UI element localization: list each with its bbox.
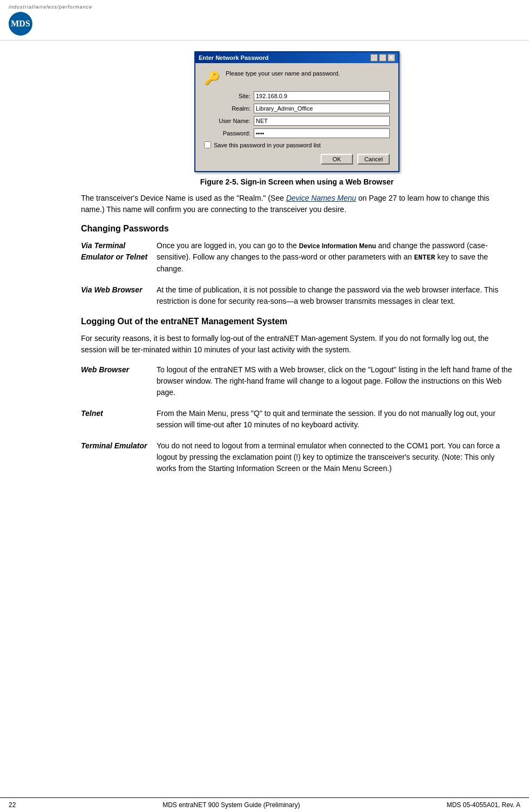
content-column: Enter Network Password _ □ ✕ 🔑 Please ty… — [76, 40, 529, 495]
telnet-content: From the Main Menu, press "Q" to quit an… — [157, 408, 513, 431]
changing-passwords-heading: Changing Passwords — [81, 224, 513, 234]
password-input[interactable] — [254, 128, 390, 138]
web-browser-logout-content: To logout of the entraNET MS with a Web … — [157, 364, 513, 398]
left-margin — [0, 40, 76, 495]
dialog-box: Enter Network Password _ □ ✕ 🔑 Please ty… — [194, 51, 399, 172]
cancel-button[interactable]: Cancel — [357, 154, 390, 165]
username-row: User Name: — [209, 116, 390, 126]
save-password-row: Save this password in your password list — [204, 141, 390, 148]
logging-out-intro: For security reasons, it is best to form… — [81, 333, 513, 356]
page-header: industrial/wireless/performance MDS — [0, 0, 529, 40]
terminal-emulator-logout-label: Terminal Emulator — [81, 440, 157, 474]
web-browser-content: At the time of publication, it is not po… — [157, 284, 513, 307]
site-row: Site: — [209, 91, 390, 101]
enter-key-bold: ENTER — [414, 254, 435, 262]
terminal-emulator-label: Via TerminalEmulator or Telnet — [81, 240, 157, 275]
dialog-body: 🔑 Please type your user name and passwor… — [195, 63, 398, 171]
titlebar-buttons: _ □ ✕ — [370, 54, 395, 62]
dialog-fields: Site: Realm: User Name: — [209, 91, 390, 138]
close-button[interactable]: ✕ — [388, 54, 395, 62]
realm-row: Realm: — [209, 104, 390, 113]
web-browser-logout-row: Web Browser To logout of the entraNET MS… — [81, 364, 513, 398]
key-icon: 🔑 — [204, 71, 220, 86]
logging-out-heading: Logging Out of the entraNET Management S… — [81, 317, 513, 326]
password-label: Password: — [209, 130, 250, 137]
terminal-emulator-logout-row: Terminal Emulator You do not need to log… — [81, 440, 513, 474]
figure-caption: Figure 2-5. Sign-in Screen when using a … — [200, 178, 394, 186]
site-input[interactable] — [254, 91, 390, 101]
footer-page-number: 22 — [9, 801, 16, 809]
device-names-menu-link[interactable]: Device Names Menu — [286, 194, 356, 202]
password-row: Password: — [209, 128, 390, 138]
dialog-title: Enter Network Password — [199, 54, 269, 61]
mds-logo: MDS — [9, 12, 32, 36]
footer-doc-id: MDS 05-4055A01, Rev. A — [446, 801, 520, 809]
web-browser-logout-label: Web Browser — [81, 364, 157, 398]
username-label: User Name: — [209, 118, 250, 124]
figure-container: Enter Network Password _ □ ✕ 🔑 Please ty… — [81, 51, 513, 186]
main-content: Enter Network Password _ □ ✕ 🔑 Please ty… — [0, 40, 529, 495]
dialog-action-buttons: OK Cancel — [204, 154, 390, 165]
minimize-button[interactable]: _ — [370, 54, 378, 62]
intro-paragraph: The transceiver's Device Name is used as… — [81, 193, 513, 215]
dialog-titlebar: Enter Network Password _ □ ✕ — [195, 52, 398, 63]
dialog-top-row: 🔑 Please type your user name and passwor… — [204, 70, 390, 86]
terminal-emulator-content: Once you are logged in, you can go to th… — [157, 240, 513, 275]
save-password-label: Save this password in your password list — [214, 142, 321, 148]
terminal-emulator-logout-content: You do not need to logout from a termina… — [157, 440, 513, 474]
footer-title: MDS entraNET 900 System Guide (Prelimina… — [162, 801, 300, 809]
page-footer: 22 MDS entraNET 900 System Guide (Prelim… — [0, 797, 529, 812]
device-info-menu-bold: Device Information Menu — [299, 242, 376, 250]
telnet-label: Telnet — [81, 408, 157, 431]
realm-label: Realm: — [209, 105, 250, 112]
restore-button[interactable]: □ — [379, 54, 386, 62]
intro-text-before-link: The transceiver's Device Name is used as… — [81, 194, 286, 202]
username-input[interactable] — [254, 116, 390, 126]
ok-button[interactable]: OK — [321, 154, 353, 165]
realm-input[interactable] — [254, 104, 390, 113]
telnet-row: Telnet From the Main Menu, press "Q" to … — [81, 408, 513, 431]
web-browser-row: Via Web Browser At the time of publicati… — [81, 284, 513, 307]
save-password-checkbox[interactable] — [204, 141, 211, 148]
site-label: Site: — [209, 93, 250, 99]
dialog-prompt: Please type your user name and password. — [226, 70, 340, 77]
web-browser-label: Via Web Browser — [81, 284, 157, 307]
tagline: industrial/wireless/performance — [9, 4, 520, 10]
terminal-emulator-row: Via TerminalEmulator or Telnet Once you … — [81, 240, 513, 275]
